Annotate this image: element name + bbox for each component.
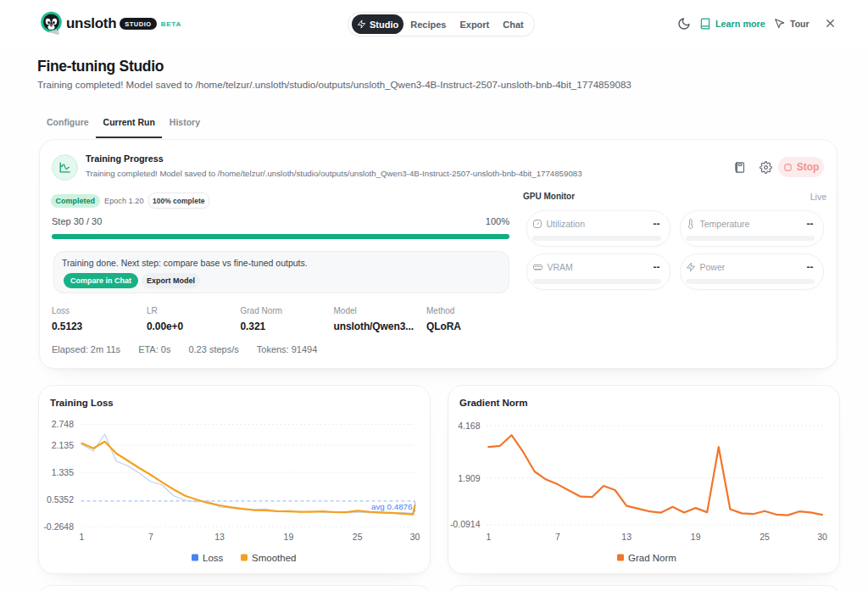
svg-text:avg 0.4876: avg 0.4876: [371, 502, 413, 511]
svg-text:19: 19: [691, 532, 701, 542]
svg-text:2.748: 2.748: [52, 419, 74, 429]
svg-text:7: 7: [148, 532, 153, 542]
svg-text:25: 25: [760, 532, 770, 542]
svg-text:1.335: 1.335: [52, 467, 74, 477]
svg-text:13: 13: [214, 532, 225, 542]
svg-text:2.135: 2.135: [52, 440, 74, 450]
svg-text:30: 30: [410, 532, 420, 542]
svg-text:Smoothed: Smoothed: [252, 553, 296, 563]
svg-text:Loss: Loss: [203, 553, 224, 563]
svg-text:19: 19: [284, 532, 294, 542]
svg-text:13: 13: [621, 532, 632, 542]
svg-text:Grad Norm: Grad Norm: [628, 553, 676, 563]
svg-text:-0.0914: -0.0914: [450, 519, 481, 529]
svg-text:30: 30: [817, 532, 827, 542]
svg-text:1.909: 1.909: [458, 473, 480, 483]
svg-text:4.168: 4.168: [458, 421, 480, 431]
svg-text:1: 1: [486, 532, 491, 542]
svg-text:7: 7: [555, 532, 560, 542]
svg-text:25: 25: [353, 532, 363, 542]
svg-text:0.5352: 0.5352: [47, 494, 74, 505]
svg-text:-0.2648: -0.2648: [43, 521, 74, 532]
svg-text:1: 1: [80, 532, 85, 542]
